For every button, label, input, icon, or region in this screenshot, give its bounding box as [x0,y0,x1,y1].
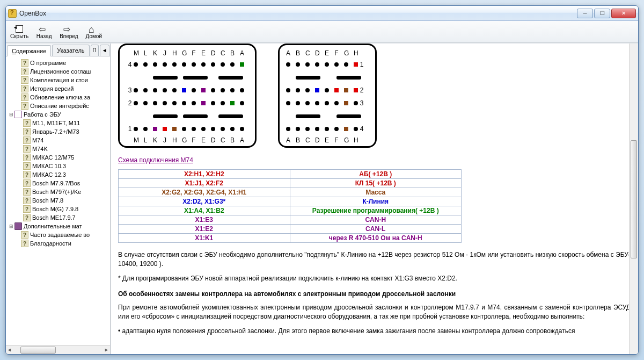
section-heading: Об особенностях замены контроллера на ав… [118,290,631,298]
tab-search[interactable]: П [91,45,99,56]
table-row: X1:K1через R 470-510 Ом на CAN-H [119,234,462,243]
close-button[interactable]: ✕ [611,9,636,18]
help-icon [23,128,31,135]
help-icon [21,59,28,67]
help-icon [23,197,31,204]
maximize-button[interactable]: ☐ [594,9,610,18]
book-open-icon [14,111,22,118]
pinout-table: X2:H1, X2:H2АБ( +12В )X1:J1, X2:F2КЛ 15(… [118,169,462,243]
scroll-thumb[interactable] [20,347,56,354]
tree-item[interactable]: M74 [7,136,109,145]
connector-x1: MLKJHGFEDCBA 4 3 2 [118,44,257,148]
titlebar: OpenBox ─ ☐ ✕ [6,6,638,21]
help-icon [23,136,31,144]
connector-diagrams: MLKJHGFEDCBA 4 3 2 [118,44,631,148]
help-icon [21,76,28,84]
tree-hscroll[interactable]: ◄ ► [6,345,110,354]
help-icon [21,68,28,75]
paragraph: При ремонте автомобилей укомплектованных… [118,303,631,321]
table-row: X2:G2, X2:G3, X2:G4, X1:H1Масса [119,188,462,197]
app-icon [8,9,17,18]
forward-button[interactable]: Вперед [57,23,80,40]
table-row: X2:D2, X1:G3*К-Линия [119,197,462,206]
tree-item[interactable]: Обновление ключа за [7,93,109,102]
back-icon [39,24,49,33]
hide-icon [14,24,25,33]
help-icon [23,171,31,178]
help-icon [23,162,31,170]
tree-item[interactable]: Описание интерфейс [7,102,109,110]
home-icon [89,24,99,33]
tree-item[interactable]: МИКАС 12/М75 [7,153,109,162]
toolbar: Скрыть Назад Вперед Домой [6,21,638,42]
help-icon [21,240,28,247]
help-icon [23,188,31,196]
tree-item[interactable]: МИКАС 10.3 [7,162,109,170]
tree-item[interactable]: M74K [7,145,109,153]
nav-panel: Содержание Указатель П ◄ ► О программе Л… [6,44,111,354]
tree-item[interactable]: Bosch M7.8 [7,196,109,205]
tab-content[interactable]: Содержание [7,45,51,56]
content-pane[interactable]: MLKJHGFEDCBA 4 3 2 [111,44,638,354]
tree-item-ecu[interactable]: ⊟Работа с ЭБУ [7,110,109,119]
help-icon [21,102,28,110]
schema-link[interactable]: Схема подключения М74 [118,156,193,164]
help-icon [23,179,31,187]
book-icon [14,222,22,230]
minimize-button[interactable]: ─ [577,9,593,18]
tree-item[interactable]: История версий [7,84,109,93]
tree-item[interactable]: Bosch ME17.9.7 [7,213,109,222]
back-button[interactable]: Назад [34,23,54,40]
tree-item[interactable]: Январь-7.2+/М73 [7,127,109,136]
help-icon [21,231,28,239]
app-window: OpenBox ─ ☐ ✕ Скрыть Назад Вперед Домой … [5,5,639,355]
tree-item[interactable]: О программе [7,59,109,67]
table-row: X1:E2CAN-L [119,225,462,234]
help-icon [23,214,31,221]
table-row: X2:H1, X2:H2АБ( +12В ) [119,170,462,179]
tree-item[interactable]: Bosch M7.9.7/Bos [7,179,109,188]
help-icon [21,85,28,92]
tree-item[interactable]: Благодарности [7,239,109,248]
window-title: OpenBox [19,10,577,17]
help-icon [21,93,28,101]
help-icon [23,154,31,161]
tree-item[interactable]: Лицензионное соглаш [7,67,109,76]
content-vscroll[interactable] [629,44,638,354]
forward-icon [63,24,74,33]
table-row: X1:E3CAN-H [119,215,462,225]
bullet: • адаптацию нуля положения дроссельной з… [118,327,631,336]
tree-item-addons[interactable]: ⊞Дополнительные мат [7,222,109,231]
tab-prev[interactable]: ◄ [100,45,109,56]
tree-item[interactable]: МИКАС 12.3 [7,170,109,179]
scroll-thumb[interactable] [631,140,637,258]
tree-item[interactable]: Часто задаваемые во [7,231,109,239]
home-button[interactable]: Домой [84,23,104,40]
tree-item[interactable]: Bosch M(G) 7.9.8 [7,205,109,213]
hide-button[interactable]: Скрыть [8,23,31,40]
table-row: X1:J1, X2:F2КЛ 15( +12В ) [119,179,462,188]
table-row: X1:A4, X1:B2Разрешение программирования(… [119,206,462,215]
help-icon [23,119,31,127]
connector-x2: ABCDEFGH 1 2 3 [278,44,377,148]
help-icon [23,145,31,153]
nav-tree[interactable]: О программе Лицензионное соглаш Комплект… [6,56,110,345]
nav-tabs: Содержание Указатель П ◄ ► [6,44,110,56]
tree-item[interactable]: Комплектация и стои [7,76,109,84]
paragraph: * Для програмирования ЭБУ новой аппаратн… [118,274,631,283]
tree-item[interactable]: М11, М11ЕТ, М11 [7,119,109,127]
tree-item[interactable]: Bosch M797(+)/Ke [7,188,109,196]
body-area: Содержание Указатель П ◄ ► О программе Л… [6,42,638,354]
paragraph: В случае отсутствия связи с ЭБУ необходи… [118,250,631,269]
help-icon [23,205,31,213]
tab-index[interactable]: Указатель [52,45,89,56]
